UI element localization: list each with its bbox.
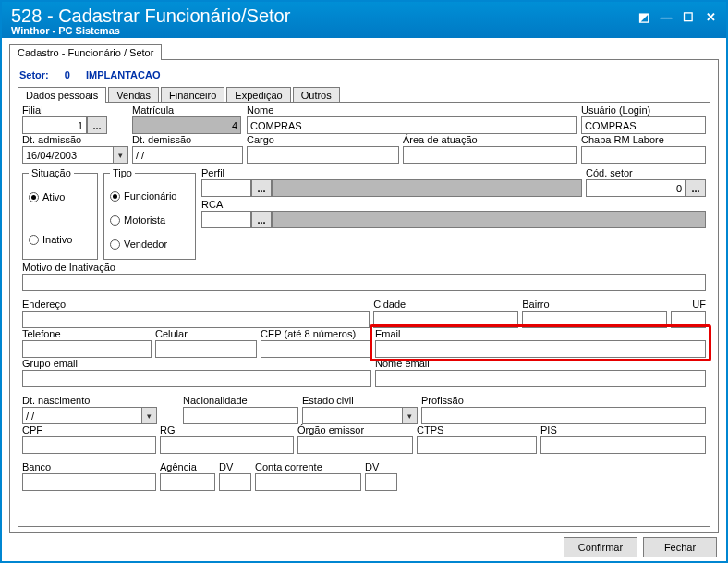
- input-telefone[interactable]: [22, 340, 152, 358]
- dropdown-dt-admissao[interactable]: [114, 146, 128, 164]
- label-cep: CEP (até 8 números): [261, 328, 371, 340]
- confirmar-button[interactable]: Confirmar: [564, 537, 637, 557]
- dropdown-dt-nasc[interactable]: [142, 407, 157, 424]
- tab-outros[interactable]: Outros: [293, 87, 340, 103]
- label-motivo-inat: Motivo de Inativação: [22, 262, 706, 274]
- label-dt-demissao: Dt. demissão: [132, 134, 243, 146]
- input-cargo[interactable]: [247, 146, 399, 164]
- dropdown-estado-civil[interactable]: [403, 407, 418, 424]
- input-orgao-emissor[interactable]: [297, 436, 413, 454]
- tab-dados-pessoais[interactable]: Dados pessoais: [18, 87, 106, 103]
- input-email[interactable]: [375, 340, 706, 358]
- label-nome: Nome: [247, 104, 577, 116]
- lookup-perfil-button[interactable]: ...: [251, 179, 272, 197]
- label-cidade: Cidade: [373, 299, 518, 311]
- input-filial[interactable]: 1: [22, 116, 87, 134]
- label-filial: Filial: [22, 104, 128, 116]
- input-dt-demissao[interactable]: / /: [132, 146, 243, 164]
- input-perfil-desc: [272, 179, 582, 197]
- window-subtitle: Winthor - PC Sistemas: [11, 25, 290, 36]
- lookup-cod-setor-button[interactable]: ...: [686, 179, 706, 197]
- tab-pane-cadastro: Setor: 0 IMPLANTACAO Dados pessoais Vend…: [9, 59, 719, 533]
- radio-ativo-icon: [29, 192, 39, 202]
- input-perfil-code[interactable]: [201, 179, 251, 197]
- label-email: Email: [375, 328, 706, 340]
- label-estado-civil: Estado civil: [302, 395, 418, 407]
- input-dt-nasc[interactable]: / /: [22, 407, 142, 424]
- tab-vendas[interactable]: Vendas: [108, 87, 159, 103]
- input-uf[interactable]: [671, 311, 706, 328]
- radio-motorista-icon: [110, 215, 120, 226]
- bottom-button-bar: Confirmar Fechar: [9, 533, 719, 557]
- fechar-button[interactable]: Fechar: [643, 537, 717, 557]
- input-estado-civil[interactable]: [302, 407, 403, 424]
- input-profissao[interactable]: [421, 407, 706, 424]
- input-cod-setor[interactable]: 0: [586, 179, 686, 197]
- input-pis[interactable]: [540, 436, 706, 454]
- tab-cadastro[interactable]: Cadastro - Funcionário / Setor: [9, 44, 162, 60]
- tab-expedicao[interactable]: Expedição: [226, 87, 290, 103]
- lookup-rca-button[interactable]: ...: [251, 211, 272, 228]
- input-ctps[interactable]: [417, 436, 537, 454]
- input-rg[interactable]: [160, 436, 294, 454]
- label-agencia: Agência: [160, 461, 215, 473]
- radio-inativo[interactable]: Inativo: [29, 230, 91, 249]
- radio-vendedor-icon: [110, 239, 120, 250]
- input-endereco[interactable]: [22, 311, 370, 328]
- input-agencia[interactable]: [160, 473, 215, 491]
- input-grupo-email[interactable]: [22, 370, 371, 387]
- label-bairro: Bairro: [522, 299, 667, 311]
- label-conta-corrente: Conta corrente: [255, 461, 361, 473]
- input-nacionalidade[interactable]: [183, 407, 298, 424]
- input-usuario[interactable]: COMPRAS: [581, 116, 706, 134]
- input-nome[interactable]: COMPRAS: [247, 116, 577, 134]
- label-celular: Celular: [155, 328, 257, 340]
- radio-funcionario[interactable]: Funcionário: [110, 187, 189, 205]
- input-cep[interactable]: [261, 340, 371, 358]
- input-dv1[interactable]: [219, 473, 251, 491]
- input-nome-email[interactable]: [375, 370, 706, 387]
- label-pis: PIS: [540, 424, 706, 436]
- label-grupo-email: Grupo email: [22, 358, 371, 370]
- label-nacionalidade: Nacionalidade: [183, 395, 298, 407]
- label-usuario: Usuário (Login): [581, 104, 706, 116]
- close-icon[interactable]: ✕: [704, 10, 717, 23]
- input-conta-corrente[interactable]: [255, 473, 361, 491]
- label-dt-nasc: Dt. nascimento: [22, 395, 179, 407]
- radio-vendedor[interactable]: Vendedor: [110, 235, 189, 253]
- input-cidade[interactable]: [373, 311, 518, 328]
- input-rca-code[interactable]: [201, 211, 251, 228]
- radio-ativo-label: Ativo: [42, 191, 65, 202]
- radio-funcionario-label: Funcionário: [124, 190, 176, 202]
- label-endereco: Endereço: [22, 299, 370, 311]
- tab-financeiro[interactable]: Financeiro: [161, 87, 224, 103]
- input-celular[interactable]: [155, 340, 257, 358]
- lookup-filial-button[interactable]: ...: [87, 116, 107, 134]
- radio-motorista[interactable]: Motorista: [110, 211, 189, 229]
- input-motivo-inat[interactable]: [22, 274, 706, 291]
- label-cargo: Cargo: [247, 134, 399, 146]
- maximize-icon[interactable]: ☐: [682, 10, 695, 23]
- radio-vendedor-label: Vendedor: [124, 239, 167, 250]
- label-dv1: DV: [219, 461, 251, 473]
- input-banco[interactable]: [22, 473, 156, 491]
- label-area-atuacao: Área de atuação: [403, 134, 577, 146]
- input-dv2[interactable]: [365, 473, 397, 491]
- input-dt-admissao[interactable]: 16/04/2003: [22, 146, 114, 164]
- input-bairro[interactable]: [522, 311, 667, 328]
- input-cpf[interactable]: [22, 436, 156, 454]
- input-matricula[interactable]: 4: [132, 116, 241, 134]
- restore-down-icon[interactable]: ◩: [637, 10, 650, 23]
- radio-inativo-icon: [29, 235, 39, 245]
- title-bar-controls: ◩ — ☐ ✕: [637, 6, 717, 23]
- input-rca-desc: [272, 211, 706, 228]
- setor-name: IMPLANTACAO: [86, 69, 160, 80]
- label-telefone: Telefone: [22, 328, 152, 340]
- radio-ativo[interactable]: Ativo: [29, 188, 91, 206]
- input-chapa-rm[interactable]: [581, 146, 706, 164]
- input-area-atuacao[interactable]: [403, 146, 577, 164]
- label-matricula: Matrícula: [132, 104, 243, 116]
- label-cod-setor: Cód. setor: [586, 167, 706, 179]
- label-perfil: Perfil: [201, 167, 582, 179]
- minimize-icon[interactable]: —: [660, 10, 673, 23]
